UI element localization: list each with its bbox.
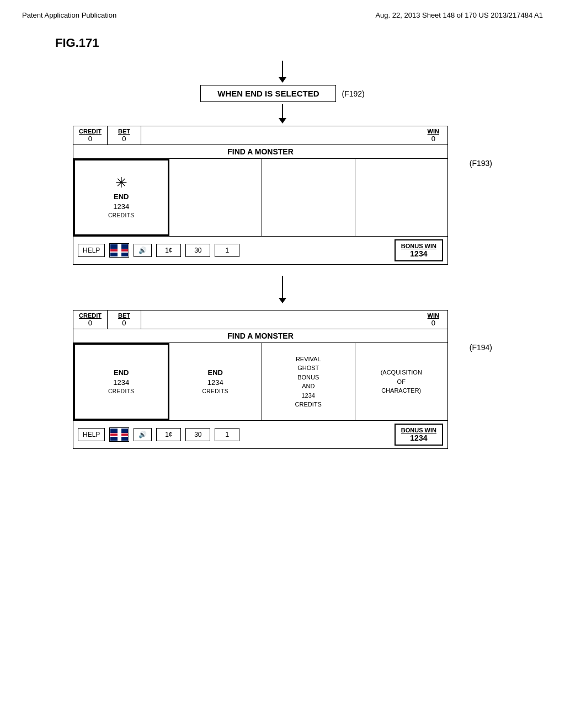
frame2-reel3-text: REVIVALGHOSTBONUSAND1234CREDITS [295, 355, 322, 409]
frame2-toolbar: HELP 🔊 1¢ 30 1 [73, 421, 447, 448]
slot-frame-1: CREDIT 0 BET 0 WIN 0 FIND A MONSTER [73, 126, 448, 265]
starburst-icon: ✳ [115, 175, 127, 190]
frame1-reel-4 [355, 159, 448, 236]
frame1-bet-cell: BET 0 [108, 126, 141, 144]
frame2-credit-cell: CREDIT 0 [73, 311, 108, 329]
frame2-num1-button[interactable]: 1 [215, 428, 239, 441]
patent-header: Patent Application Publication Aug. 22, … [22, 11, 543, 19]
patent-right: Aug. 22, 2013 Sheet 148 of 170 US 2013/2… [375, 11, 543, 19]
frame2-bonus-win-label: BONUS WIN [401, 427, 436, 433]
uk-flag-inner-2 [110, 429, 128, 441]
fig-label: FIG.171 [55, 36, 543, 50]
frame1-help-button[interactable]: HELP [78, 244, 105, 257]
frame1-credit-value: 0 [79, 135, 102, 143]
frame2-reel-1: END 1234 CREDITS [73, 343, 169, 420]
frame1-reel-2 [169, 159, 263, 236]
top-label-row: WHEN END IS SELECTED (F192) [89, 85, 476, 102]
frame2-help-button[interactable]: HELP [78, 428, 105, 441]
when-end-selected-label: WHEN END IS SELECTED [217, 89, 319, 98]
frame1-toolbar: HELP 🔊 1¢ 30 1 [73, 237, 447, 264]
frame2-credit-label: CREDIT [79, 312, 102, 319]
frame1-win-value: 0 [428, 135, 439, 143]
flag-cross-h-2 [110, 433, 128, 436]
frame1-bet-label: BET [113, 128, 135, 135]
frame2-bet-label: BET [113, 312, 135, 319]
frame2-flag-button[interactable] [109, 427, 129, 442]
frame1-bonus-win-value: 1234 [401, 249, 436, 258]
frame1-num30-button[interactable]: 30 [185, 244, 210, 257]
flag-cross-v [118, 244, 120, 256]
flag-cross-v-2 [118, 429, 120, 441]
f193-label: (F193) [470, 126, 492, 168]
frame1-reel1-text: END 1234 CREDITS [108, 192, 134, 220]
frame2-num30-button[interactable]: 30 [185, 428, 210, 441]
frame1-reel-1: ✳ END 1234 CREDITS [73, 159, 169, 236]
frame2-reel1-text: END 1234 CREDITS [108, 368, 134, 395]
frame1-credit-bet: CREDIT 0 BET 0 [73, 126, 141, 144]
slot-frame-2: CREDIT 0 BET 0 WIN 0 FIND A MONSTER [73, 310, 448, 449]
frame1-cent-button[interactable]: 1¢ [156, 244, 181, 257]
flag-cross-h [110, 249, 128, 251]
uk-flag-icon [110, 244, 128, 256]
frame1-reel-3 [262, 159, 355, 236]
frame1-header-row: CREDIT 0 BET 0 WIN 0 [73, 126, 447, 145]
frame1-sound-button[interactable]: 🔊 [134, 244, 152, 257]
patent-left: Patent Application Publication [22, 11, 116, 19]
frame1-content: CREDIT 0 BET 0 WIN 0 FIND A MONSTER [73, 126, 464, 265]
frame1-bet-value: 0 [113, 135, 135, 143]
f192-label: (F192) [342, 89, 364, 98]
frame2-section: CREDIT 0 BET 0 WIN 0 FIND A MONSTER [73, 310, 492, 449]
diagram-container: WHEN END IS SELECTED (F192) CREDIT 0 [22, 58, 543, 449]
frame2-header-row: CREDIT 0 BET 0 WIN 0 [73, 311, 447, 329]
frame2-win-value: 0 [428, 319, 439, 327]
frame2-reel-4: (ACQUISITIONOFCHARACTER) [355, 343, 448, 420]
frame2-bet-cell: BET 0 [108, 311, 141, 329]
frame2-reel-2: END 1234 CREDITS [169, 343, 263, 420]
frame2-content: CREDIT 0 BET 0 WIN 0 FIND A MONSTER [73, 310, 464, 449]
frame1-win-label: WIN [428, 128, 439, 135]
frame2-game-title: FIND A MONSTER [73, 329, 447, 343]
when-end-selected-box: WHEN END IS SELECTED [200, 85, 336, 102]
frame1-credit-label: CREDIT [79, 128, 102, 135]
frame2-bet-value: 0 [113, 319, 135, 327]
f194-label: (F194) [470, 310, 492, 352]
frame2-reel-3: REVIVALGHOSTBONUSAND1234CREDITS [262, 343, 355, 420]
frame2-credit-bet: CREDIT 0 BET 0 [73, 311, 141, 329]
frame2-reel4-text: (ACQUISITIONOFCHARACTER) [381, 368, 422, 395]
uk-flag-icon-2 [110, 429, 128, 441]
frame2-sound-button[interactable]: 🔊 [134, 428, 152, 441]
frame2-cent-button[interactable]: 1¢ [156, 428, 181, 441]
sound-icon-2: 🔊 [138, 431, 147, 438]
frame1-win-cell: WIN 0 [419, 126, 447, 144]
sound-icon: 🔊 [138, 247, 147, 254]
frame2-win-label: WIN [428, 312, 439, 319]
frame1-game-title: FIND A MONSTER [73, 145, 447, 159]
frame1-bonus-win-label: BONUS WIN [401, 243, 436, 249]
arrow-to-frame2 [279, 276, 286, 303]
arrow-to-frame1 [279, 104, 286, 124]
frame1-flag-button[interactable] [109, 243, 129, 258]
frame2-win-cell: WIN 0 [419, 311, 447, 329]
frame1-reels: ✳ END 1234 CREDITS [73, 159, 447, 237]
frame2-reels: END 1234 CREDITS END 1234 CREDITS [73, 343, 447, 421]
frame1-num1-button[interactable]: 1 [215, 244, 239, 257]
frame2-credit-value: 0 [79, 319, 102, 327]
frame2-reel2-text: END 1234 CREDITS [202, 368, 228, 395]
frame2-bonus-win-value: 1234 [401, 433, 436, 442]
frame1-section: CREDIT 0 BET 0 WIN 0 FIND A MONSTER [73, 126, 492, 265]
frame1-credit-cell: CREDIT 0 [73, 126, 108, 144]
top-entry-arrow [279, 61, 286, 83]
frame1-bonus-win-box: BONUS WIN 1234 [395, 239, 443, 261]
uk-flag-inner [110, 244, 128, 256]
frame2-bonus-win-box: BONUS WIN 1234 [395, 424, 443, 446]
